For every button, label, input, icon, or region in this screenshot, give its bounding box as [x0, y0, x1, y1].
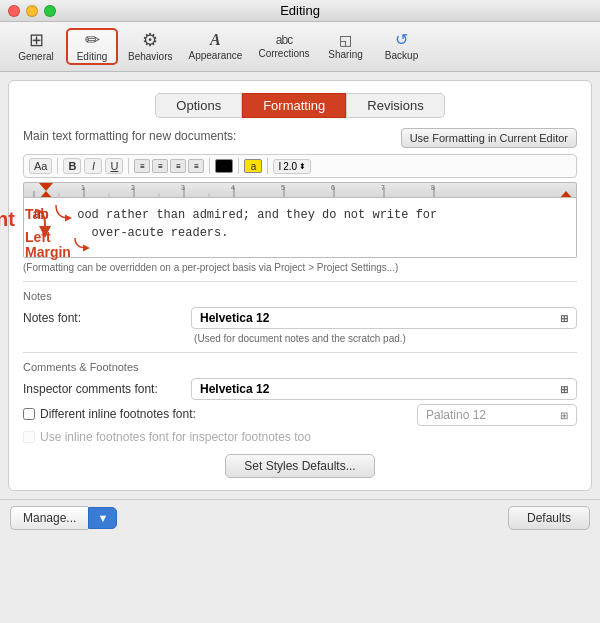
- svg-text:1: 1: [81, 184, 85, 191]
- tab-bar: Options Formatting Revisions: [23, 93, 577, 118]
- text-color-swatch[interactable]: [215, 159, 233, 173]
- sep1: [57, 158, 58, 174]
- toolbar-corrections-label: Corrections: [258, 48, 309, 59]
- toolbar-backup[interactable]: ↺ Backup: [376, 29, 428, 64]
- tab-revisions[interactable]: Revisions: [346, 93, 444, 118]
- first-line-indent-marker: [39, 183, 53, 191]
- align-justify-button[interactable]: ≡: [188, 159, 204, 173]
- toolbar-general[interactable]: ⊞ General: [10, 28, 62, 65]
- tab-options[interactable]: Options: [155, 93, 242, 118]
- underline-button[interactable]: U: [105, 158, 123, 174]
- toolbar-appearance[interactable]: A Appearance: [182, 29, 248, 64]
- main-panel: Options Formatting Revisions Main text f…: [8, 80, 592, 491]
- italic-button[interactable]: I: [84, 158, 102, 174]
- toolbar-sharing-label: Sharing: [328, 49, 362, 60]
- formatting-toolbar: Aa B I U ≡ ≡ ≡ ≡ a I 2.0 ⬍: [23, 154, 577, 178]
- toolbar-behaviors[interactable]: ⚙ Behaviors: [122, 28, 178, 65]
- toolbar-sharing[interactable]: ◱ Sharing: [320, 30, 372, 63]
- toolbar: ⊞ General ✏ Editing ⚙ Behaviors A Appear…: [0, 22, 600, 72]
- preview-line1: un ood rather than admired; and they do …: [34, 208, 437, 222]
- right-indent-marker: [559, 191, 573, 198]
- backup-icon: ↺: [395, 32, 408, 48]
- line-spacing-ctrl[interactable]: I 2.0 ⬍: [273, 159, 311, 174]
- window-controls: [8, 5, 56, 17]
- comments-section: Comments & Footnotes Inspector comments …: [23, 361, 577, 444]
- inspector-font-value: Helvetica 12: [200, 382, 269, 396]
- notes-title: Notes: [23, 290, 577, 302]
- inline-font-select[interactable]: Palatino 12 ⊞: [417, 404, 577, 426]
- inline-footnotes-label: Different inline footnotes font:: [40, 407, 196, 421]
- set-styles-button[interactable]: Set Styles Defaults...: [225, 454, 374, 478]
- divider2: [23, 352, 577, 353]
- notes-font-note: (Used for document notes and the scratch…: [23, 333, 577, 344]
- inline-checkbox-row: Different inline footnotes font:: [23, 407, 196, 421]
- bottom-bar: Set Styles Defaults...: [23, 454, 577, 478]
- tab-formatting[interactable]: Formatting: [242, 93, 346, 118]
- notes-section: Notes Notes font: Helvetica 12 ⊞ (Used f…: [23, 290, 577, 344]
- window-title: Editing: [280, 3, 320, 18]
- spacing-value: 2.0: [283, 161, 297, 172]
- notes-font-label: Notes font:: [23, 311, 183, 325]
- use-inline-label: Use inline footnotes font for inspector …: [40, 430, 311, 444]
- editing-icon: ✏: [85, 31, 100, 49]
- inline-footnotes-checkbox[interactable]: [23, 408, 35, 420]
- use-formatting-button[interactable]: Use Formatting in Current Editor: [401, 128, 577, 148]
- highlight-color-swatch[interactable]: a: [244, 159, 262, 173]
- footer: Manage... ▼ Defaults: [0, 499, 600, 536]
- toolbar-backup-label: Backup: [385, 50, 418, 61]
- use-inline-checkbox[interactable]: [23, 431, 35, 443]
- manage-arrow-button[interactable]: ▼: [88, 507, 117, 529]
- inspector-font-icon: ⊞: [560, 384, 568, 395]
- manage-dropdown: Manage... ▼: [10, 506, 117, 530]
- appearance-icon: A: [210, 32, 221, 48]
- defaults-button[interactable]: Defaults: [508, 506, 590, 530]
- toolbar-corrections[interactable]: abc Corrections: [252, 31, 315, 62]
- notes-font-row: Notes font: Helvetica 12 ⊞: [23, 307, 577, 329]
- inspector-font-select[interactable]: Helvetica 12 ⊞: [191, 378, 577, 400]
- formatting-header: Main text formatting for new documents: …: [23, 128, 577, 148]
- sep5: [267, 158, 268, 174]
- minimize-button[interactable]: [26, 5, 38, 17]
- toolbar-appearance-label: Appearance: [188, 50, 242, 61]
- inline-font-row: Different inline footnotes font: Palatin…: [23, 404, 577, 426]
- svg-text:3: 3: [181, 184, 185, 191]
- divider1: [23, 281, 577, 282]
- align-center-button[interactable]: ≡: [152, 159, 168, 173]
- corrections-icon: abc: [276, 34, 292, 46]
- left-indent-marker: [39, 191, 53, 198]
- inspector-font-row: Inspector comments font: Helvetica 12 ⊞: [23, 378, 577, 400]
- sep3: [209, 158, 210, 174]
- inline-font-value: Palatino 12: [426, 408, 486, 422]
- general-icon: ⊞: [29, 31, 44, 49]
- inline-font-icon: ⊞: [560, 410, 568, 421]
- align-left-button[interactable]: ≡: [134, 159, 150, 173]
- sharing-icon: ◱: [339, 33, 352, 47]
- formatting-note: (Formatting can be overridden on a per-p…: [23, 262, 577, 273]
- toolbar-editing[interactable]: ✏ Editing: [66, 28, 118, 65]
- svg-text:8: 8: [431, 184, 435, 191]
- tab-arrow: [51, 200, 81, 225]
- notes-font-select[interactable]: Helvetica 12 ⊞: [191, 307, 577, 329]
- svg-text:2: 2: [131, 184, 135, 191]
- manage-button[interactable]: Manage...: [10, 506, 88, 530]
- svg-text:7: 7: [381, 184, 385, 191]
- align-right-button[interactable]: ≡: [170, 159, 186, 173]
- comments-title: Comments & Footnotes: [23, 361, 577, 373]
- titlebar: Editing: [0, 0, 600, 22]
- svg-text:5: 5: [281, 184, 285, 191]
- svg-text:4: 4: [231, 184, 235, 191]
- margin-arrow: [75, 238, 105, 258]
- toolbar-general-label: General: [18, 51, 54, 62]
- bold-button[interactable]: B: [63, 158, 81, 174]
- maximize-button[interactable]: [44, 5, 56, 17]
- font-size-btn[interactable]: Aa: [29, 158, 52, 174]
- spacing-stepper[interactable]: ⬍: [299, 162, 306, 171]
- tab-annotation: Tab: [25, 206, 49, 222]
- close-button[interactable]: [8, 5, 20, 17]
- align-buttons: ≡ ≡ ≡ ≡: [134, 159, 204, 173]
- inspector-font-label: Inspector comments font:: [23, 382, 183, 396]
- ruler: 1 2 3 4 5 6 7 8: [23, 182, 577, 198]
- notes-font-icon: ⊞: [560, 313, 568, 324]
- behaviors-icon: ⚙: [142, 31, 158, 49]
- sep4: [238, 158, 239, 174]
